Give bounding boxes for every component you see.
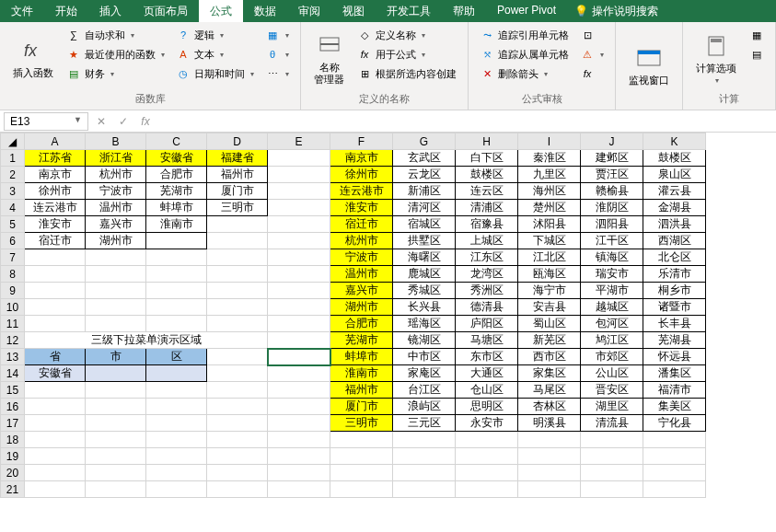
cell-E14[interactable] [268,365,330,382]
cell-B1[interactable]: 浙江省 [86,150,146,167]
calc-sheet-button[interactable]: ▤ [746,45,768,64]
cell-I21[interactable] [518,481,581,498]
cell-B8[interactable] [86,266,146,283]
cell-F4[interactable]: 淮安市 [330,200,393,216]
cell-J5[interactable]: 泗阳县 [581,216,643,233]
cell-K9[interactable]: 桐乡市 [643,283,706,299]
cell-H8[interactable]: 龙湾区 [456,266,518,283]
cell-A16[interactable] [25,399,86,415]
cell-A7[interactable] [25,249,86,266]
cell-E1[interactable] [268,150,330,167]
cell-I13[interactable]: 西市区 [518,349,581,365]
cell-D18[interactable] [207,432,268,448]
cell-I20[interactable] [518,465,581,481]
menu-审阅[interactable]: 审阅 [287,0,331,22]
name-manager-button[interactable]: 名称 管理器 [308,26,350,90]
menu-Power Pivot[interactable]: Power Pivot [486,0,567,22]
cell-H5[interactable]: 宿豫县 [456,216,518,233]
row-header-17[interactable]: 17 [1,415,25,432]
cell-J12[interactable]: 鸠江区 [581,332,643,349]
cell-I17[interactable]: 明溪县 [518,415,581,432]
cell-B2[interactable]: 杭州市 [86,167,146,183]
cell-F13[interactable]: 蚌埠市 [330,349,393,365]
cell-I15[interactable]: 马尾区 [518,382,581,399]
cell-K2[interactable]: 泉山区 [643,167,706,183]
cell-C4[interactable]: 蚌埠市 [146,200,207,216]
cell-D3[interactable]: 厦门市 [207,183,268,200]
cell-D13[interactable] [207,349,268,365]
cell-A3[interactable]: 徐州市 [25,183,86,200]
cell-J10[interactable]: 越城区 [581,299,643,316]
cell-A12[interactable]: 三级下拉菜单演示区域 [25,332,268,349]
cell-I10[interactable]: 安吉县 [518,299,581,316]
cell-D4[interactable]: 三明市 [207,200,268,216]
cell-E19[interactable] [268,448,330,465]
cell-K18[interactable] [643,432,706,448]
cell-H15[interactable]: 仓山区 [456,382,518,399]
row-header-13[interactable]: 13 [1,349,25,365]
cell-J7[interactable]: 镇海区 [581,249,643,266]
cell-I2[interactable]: 九里区 [518,167,581,183]
cell-E3[interactable] [268,183,330,200]
cell-A14[interactable]: 安徽省 [25,365,86,382]
cell-A15[interactable] [25,382,86,399]
menu-公式[interactable]: 公式 [199,0,243,22]
cell-G6[interactable]: 拱墅区 [393,233,456,249]
cell-I16[interactable]: 杏林区 [518,399,581,415]
cell-H11[interactable]: 庐阳区 [456,316,518,332]
cell-H19[interactable] [456,448,518,465]
error-check-button[interactable]: ⚠ [576,45,608,64]
cell-F21[interactable] [330,481,393,498]
cell-B11[interactable] [86,316,146,332]
cell-A21[interactable] [25,481,86,498]
cell-K10[interactable]: 诸暨市 [643,299,706,316]
watch-window-button[interactable]: 监视窗口 [623,26,675,104]
cell-B13[interactable]: 市 [86,349,146,365]
cell-K6[interactable]: 西湖区 [643,233,706,249]
col-header-E[interactable]: E [268,133,330,150]
cell-I8[interactable]: 瓯海区 [518,266,581,283]
cell-H14[interactable]: 大通区 [456,365,518,382]
cell-B10[interactable] [86,299,146,316]
insert-fx-button[interactable]: fx [136,115,155,128]
cell-D16[interactable] [207,399,268,415]
autosum-button[interactable]: ∑自动求和 [63,26,168,44]
cell-C9[interactable] [146,283,207,299]
cell-A9[interactable] [25,283,86,299]
cell-D21[interactable] [207,481,268,498]
tell-me-search[interactable]: 💡操作说明搜索 [567,0,666,22]
cell-K21[interactable] [643,481,706,498]
more-functions-button[interactable]: ⋯ [261,64,293,83]
col-header-B[interactable]: B [86,133,146,150]
cell-F15[interactable]: 福州市 [330,382,393,399]
cell-A6[interactable]: 宿迁市 [25,233,86,249]
cell-G15[interactable]: 台江区 [393,382,456,399]
cell-C19[interactable] [146,448,207,465]
cell-K7[interactable]: 北仑区 [643,249,706,266]
cell-H12[interactable]: 马塘区 [456,332,518,349]
use-in-formula-button[interactable]: fx用于公式 [353,45,460,64]
cell-K11[interactable]: 长丰县 [643,316,706,332]
cell-C20[interactable] [146,465,207,481]
cell-F18[interactable] [330,432,393,448]
cell-F8[interactable]: 温州市 [330,266,393,283]
cell-A13[interactable]: 省 [25,349,86,365]
cell-E15[interactable] [268,382,330,399]
cell-C17[interactable] [146,415,207,432]
menu-文件[interactable]: 文件 [0,0,44,22]
cell-D15[interactable] [207,382,268,399]
cell-F7[interactable]: 宁波市 [330,249,393,266]
cell-F14[interactable]: 淮南市 [330,365,393,382]
cell-G8[interactable]: 鹿城区 [393,266,456,283]
col-header-D[interactable]: D [207,133,268,150]
cell-C1[interactable]: 安徽省 [146,150,207,167]
cell-H9[interactable]: 秀洲区 [456,283,518,299]
cell-B20[interactable] [86,465,146,481]
cell-H2[interactable]: 鼓楼区 [456,167,518,183]
menu-页面布局[interactable]: 页面布局 [133,0,199,22]
cell-J17[interactable]: 清流县 [581,415,643,432]
cell-C2[interactable]: 合肥市 [146,167,207,183]
cell-D10[interactable] [207,299,268,316]
cell-B19[interactable] [86,448,146,465]
cell-J19[interactable] [581,448,643,465]
